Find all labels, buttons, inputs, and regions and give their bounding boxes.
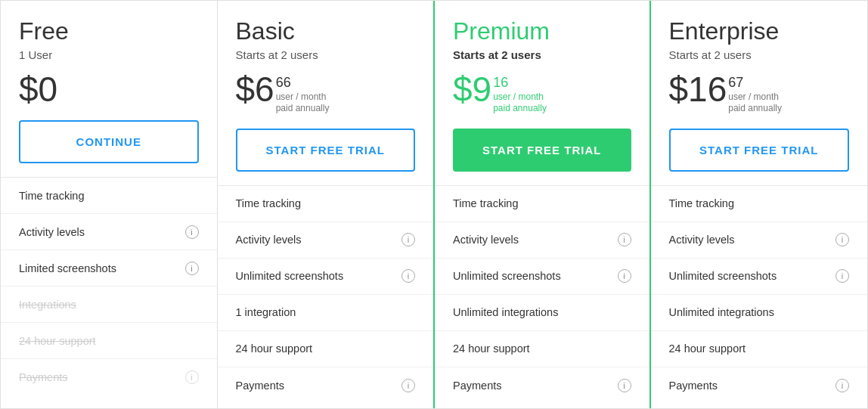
feature-text-premium-5: Payments bbox=[453, 380, 501, 392]
plan-price-row-basic: $666user / month paid annually bbox=[236, 72, 416, 115]
feature-text-premium-3: Unlimited integrations bbox=[453, 306, 558, 318]
feature-text-enterprise-4: 24 hour support bbox=[669, 342, 746, 355]
plan-btn-enterprise[interactable]: START FREE TRIAL bbox=[669, 129, 850, 172]
feature-text-basic-1: Activity levels bbox=[236, 234, 302, 246]
feature-row-enterprise-2: Unlimited screenshotsi bbox=[651, 259, 868, 295]
plan-name-basic: Basic bbox=[236, 17, 416, 45]
plan-col-premium: PremiumStarts at 2 users$916user / month… bbox=[433, 1, 651, 408]
info-icon-basic-5[interactable]: i bbox=[401, 379, 415, 392]
feature-row-basic-4: 24 hour support bbox=[218, 331, 434, 367]
feature-row-enterprise-4: 24 hour support bbox=[651, 331, 868, 367]
info-icon-enterprise-2[interactable]: i bbox=[835, 269, 849, 283]
feature-row-free-1: Activity levelsi bbox=[1, 214, 217, 250]
feature-row-basic-3: 1 integration bbox=[218, 295, 434, 331]
feature-row-enterprise-0: Time tracking bbox=[651, 186, 868, 222]
plan-header-basic: BasicStarts at 2 users$666user / month p… bbox=[218, 1, 434, 186]
plan-name-enterprise: Enterprise bbox=[669, 17, 850, 45]
feature-text-free-0: Time tracking bbox=[19, 190, 84, 202]
feature-text-free-1: Activity levels bbox=[19, 226, 85, 238]
info-icon-premium-2[interactable]: i bbox=[618, 269, 631, 283]
plan-col-enterprise: EnterpriseStarts at 2 users$1667user / m… bbox=[651, 1, 868, 408]
plan-btn-free[interactable]: CONTINUE bbox=[19, 120, 199, 163]
plan-price-main-premium: $9 bbox=[453, 72, 491, 107]
feature-text-enterprise-0: Time tracking bbox=[669, 197, 734, 209]
info-icon-basic-1[interactable]: i bbox=[401, 233, 415, 246]
plan-price-main-free: $0 bbox=[19, 72, 57, 107]
feature-text-free-5: Payments bbox=[19, 371, 67, 383]
plan-price-row-premium: $916user / month paid annually bbox=[453, 72, 631, 115]
plan-name-free: Free bbox=[19, 17, 199, 45]
feature-text-basic-4: 24 hour support bbox=[236, 342, 313, 355]
feature-text-basic-3: 1 integration bbox=[236, 306, 296, 318]
feature-text-basic-0: Time tracking bbox=[236, 197, 301, 209]
pricing-grid: Free1 User$0CONTINUETime trackingActivit… bbox=[0, 0, 868, 409]
feature-text-basic-2: Unlimited screenshots bbox=[236, 270, 344, 282]
feature-text-free-4: 24 hour support bbox=[19, 335, 96, 347]
info-icon-basic-2[interactable]: i bbox=[401, 269, 415, 283]
plan-btn-basic[interactable]: START FREE TRIAL bbox=[236, 129, 416, 172]
feature-row-enterprise-1: Activity levelsi bbox=[651, 222, 868, 259]
features-list-basic: Time trackingActivity levelsiUnlimited s… bbox=[218, 186, 434, 408]
plan-price-row-free: $0 bbox=[19, 72, 199, 107]
plan-col-basic: BasicStarts at 2 users$666user / month p… bbox=[218, 1, 435, 408]
plan-users-enterprise: Starts at 2 users bbox=[669, 48, 850, 61]
plan-price-cents-block-premium: 16user / month paid annually bbox=[493, 75, 547, 115]
plan-users-basic: Starts at 2 users bbox=[236, 48, 416, 61]
feature-row-premium-3: Unlimited integrations bbox=[435, 295, 649, 331]
feature-row-enterprise-3: Unlimited integrations bbox=[651, 295, 868, 331]
plan-header-premium: PremiumStarts at 2 users$916user / month… bbox=[435, 1, 649, 186]
plan-price-per-basic: user / month paid annually bbox=[276, 91, 330, 115]
feature-row-enterprise-5: Paymentsi bbox=[651, 367, 868, 404]
plan-price-per-enterprise: user / month paid annually bbox=[728, 91, 782, 115]
feature-row-basic-2: Unlimited screenshotsi bbox=[218, 259, 434, 295]
info-icon-free-5[interactable]: i bbox=[185, 370, 199, 384]
feature-text-premium-4: 24 hour support bbox=[453, 342, 530, 355]
feature-row-premium-5: Paymentsi bbox=[435, 367, 649, 404]
feature-text-basic-5: Payments bbox=[236, 380, 284, 392]
feature-row-premium-1: Activity levelsi bbox=[435, 222, 649, 259]
feature-text-free-3: Integrations bbox=[19, 299, 76, 311]
feature-text-premium-0: Time tracking bbox=[453, 197, 518, 209]
plan-price-cents-enterprise: 67 bbox=[728, 75, 782, 91]
feature-text-premium-1: Activity levels bbox=[453, 234, 519, 246]
feature-row-free-4: 24 hour support bbox=[1, 323, 217, 359]
plan-price-cents-premium: 16 bbox=[493, 75, 547, 91]
plan-price-cents-basic: 66 bbox=[276, 75, 330, 91]
info-icon-enterprise-5[interactable]: i bbox=[835, 379, 849, 392]
plan-price-per-premium: user / month paid annually bbox=[493, 91, 547, 115]
plan-price-row-enterprise: $1667user / month paid annually bbox=[669, 72, 850, 115]
plan-header-free: Free1 User$0CONTINUE bbox=[1, 1, 217, 178]
plan-users-free: 1 User bbox=[19, 48, 199, 61]
feature-row-free-0: Time tracking bbox=[1, 178, 217, 214]
feature-text-free-2: Limited screenshots bbox=[19, 262, 116, 274]
plan-price-main-enterprise: $16 bbox=[669, 72, 727, 107]
info-icon-premium-5[interactable]: i bbox=[618, 379, 631, 392]
feature-row-free-3: Integrations bbox=[1, 287, 217, 323]
plan-header-enterprise: EnterpriseStarts at 2 users$1667user / m… bbox=[651, 1, 868, 186]
feature-row-basic-0: Time tracking bbox=[218, 186, 434, 222]
feature-row-premium-0: Time tracking bbox=[435, 186, 649, 222]
features-list-free: Time trackingActivity levelsiLimited scr… bbox=[1, 178, 217, 408]
feature-text-enterprise-5: Payments bbox=[669, 380, 718, 392]
feature-text-enterprise-1: Activity levels bbox=[669, 234, 735, 246]
feature-text-premium-2: Unlimited screenshots bbox=[453, 270, 561, 282]
plan-col-free: Free1 User$0CONTINUETime trackingActivit… bbox=[1, 1, 218, 408]
info-icon-premium-1[interactable]: i bbox=[618, 233, 631, 246]
plan-users-premium: Starts at 2 users bbox=[453, 48, 631, 61]
feature-row-free-2: Limited screenshotsi bbox=[1, 250, 217, 287]
feature-row-premium-4: 24 hour support bbox=[435, 331, 649, 367]
info-icon-enterprise-1[interactable]: i bbox=[835, 233, 849, 246]
plan-price-main-basic: $6 bbox=[236, 72, 274, 107]
plan-btn-premium[interactable]: START FREE TRIAL bbox=[453, 129, 631, 172]
feature-row-basic-1: Activity levelsi bbox=[218, 222, 434, 259]
feature-text-enterprise-3: Unlimited integrations bbox=[669, 306, 774, 318]
info-icon-free-2[interactable]: i bbox=[185, 262, 199, 275]
feature-text-enterprise-2: Unlimited screenshots bbox=[669, 270, 777, 282]
feature-row-basic-5: Paymentsi bbox=[218, 367, 434, 404]
features-list-premium: Time trackingActivity levelsiUnlimited s… bbox=[435, 186, 649, 408]
plan-price-cents-block-enterprise: 67user / month paid annually bbox=[728, 75, 782, 115]
features-list-enterprise: Time trackingActivity levelsiUnlimited s… bbox=[651, 186, 868, 408]
feature-row-free-5: Paymentsi bbox=[1, 359, 217, 395]
plan-name-premium: Premium bbox=[453, 17, 631, 45]
info-icon-free-1[interactable]: i bbox=[185, 225, 199, 239]
